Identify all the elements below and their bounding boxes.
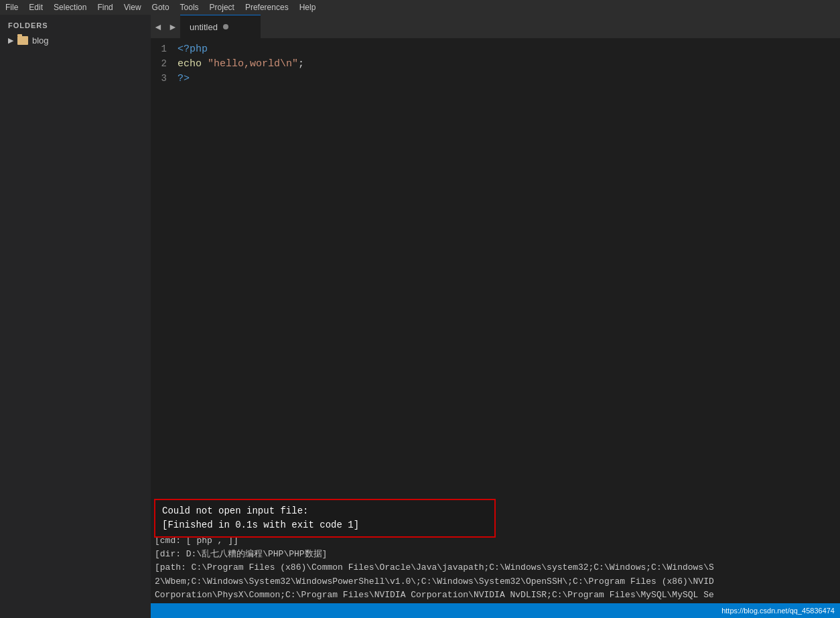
code-line-2: 2 echo "hello,world\n"; — [151, 58, 840, 73]
tab-back-button[interactable]: ◄ — [151, 15, 165, 38]
code-line-3: 3 ?> — [151, 73, 840, 88]
folder-arrow-icon: ▶ — [8, 36, 13, 45]
code-content-1: <?php — [178, 44, 208, 55]
folders-heading: FOLDERS — [0, 21, 151, 33]
menu-edit[interactable]: Edit — [29, 3, 43, 12]
status-bar: https://blog.csdn.net/qq_45836474 — [151, 603, 840, 618]
status-url: https://blog.csdn.net/qq_45836474 — [721, 607, 835, 615]
menu-file[interactable]: File — [5, 3, 18, 12]
error-line-1: Could not open input file: — [162, 504, 488, 518]
menubar: File Edit Selection Find View Goto Tools… — [0, 0, 840, 15]
line-number-2: 2 — [151, 58, 178, 69]
menu-tools[interactable]: Tools — [180, 3, 199, 12]
terminal-line-path3: Corporation\PhysX\Common;C:\Program File… — [155, 589, 836, 602]
tab-untitled[interactable]: untitled — [180, 15, 261, 38]
folder-name: blog — [32, 35, 49, 46]
menu-goto[interactable]: Goto — [152, 3, 169, 12]
menu-help[interactable]: Help — [299, 3, 316, 12]
sidebar: FOLDERS ▶ blog — [0, 15, 151, 618]
tab-forward-button[interactable]: ► — [165, 15, 180, 38]
error-box: Could not open input file: [Finished in … — [154, 499, 496, 538]
editor-area: ◄ ► untitled 1 <?php 2 echo "hello,world… — [151, 15, 840, 618]
terminal-line-path1: [path: C:\Program Files (x86)\Common Fil… — [155, 561, 836, 574]
terminal-line-path2: 2\Wbem;C:\Windows\System32\WindowsPowerS… — [155, 575, 836, 589]
folder-icon — [17, 36, 28, 45]
code-line-1: 1 <?php — [151, 44, 840, 58]
tab-title: untitled — [190, 22, 218, 32]
menu-selection[interactable]: Selection — [54, 3, 86, 12]
tab-modified-indicator — [223, 24, 228, 29]
code-content-2: echo "hello,world\n"; — [178, 58, 304, 70]
code-content-3: ?> — [178, 73, 190, 84]
menu-view[interactable]: View — [124, 3, 141, 12]
code-editor[interactable]: 1 <?php 2 echo "hello,world\n"; 3 ?> — [151, 38, 840, 411]
terminal-line-dir: [dir: D:\乱七八糟的编程\PHP\PHP数据] — [155, 548, 836, 561]
sidebar-item-blog[interactable]: ▶ blog — [0, 33, 151, 48]
line-number-3: 3 — [151, 73, 178, 84]
menu-project[interactable]: Project — [210, 3, 234, 12]
menu-find[interactable]: Find — [97, 3, 113, 12]
menu-preferences[interactable]: Preferences — [245, 3, 289, 12]
line-number-1: 1 — [151, 44, 178, 54]
main-layout: FOLDERS ▶ blog ◄ ► untitled 1 <?php — [0, 15, 840, 618]
error-line-2: [Finished in 0.1s with exit code 1] — [162, 518, 488, 532]
tab-bar: ◄ ► untitled — [151, 15, 840, 38]
